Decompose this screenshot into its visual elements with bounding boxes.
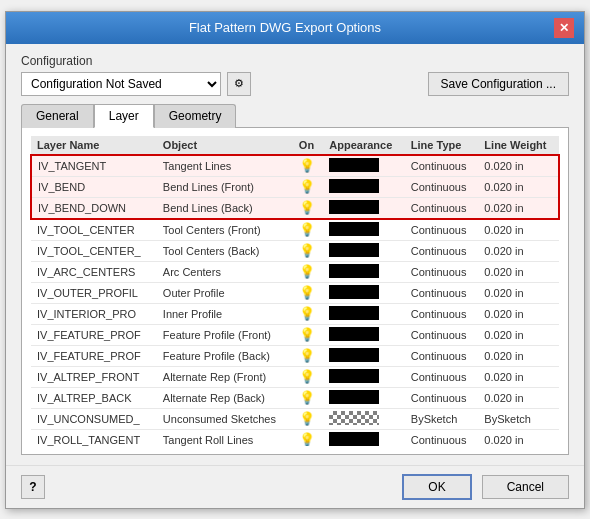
appearance-swatch bbox=[329, 411, 379, 425]
col-appearance: Appearance bbox=[323, 136, 405, 155]
cell-lineweight: 0.020 in bbox=[478, 345, 559, 366]
bulb-icon: 💡 bbox=[299, 348, 315, 363]
cell-lineweight: 0.020 in bbox=[478, 197, 559, 219]
cell-appearance bbox=[323, 219, 405, 241]
cell-lineweight: 0.020 in bbox=[478, 282, 559, 303]
bulb-icon: 💡 bbox=[299, 222, 315, 237]
appearance-swatch bbox=[329, 390, 379, 404]
cell-object: Unconsumed Sketches bbox=[157, 408, 293, 429]
tab-content: Layer Name Object On Appearance Line Typ… bbox=[21, 127, 569, 455]
table-row[interactable]: IV_ROLL_TANGENTTangent Roll Lines💡Contin… bbox=[31, 429, 559, 446]
tab-layer[interactable]: Layer bbox=[94, 104, 154, 128]
dialog-body: Configuration Configuration Not Saved ⚙ … bbox=[6, 44, 584, 465]
table-row[interactable]: IV_TOOL_CENTERTool Centers (Front)💡Conti… bbox=[31, 219, 559, 241]
cell-appearance bbox=[323, 366, 405, 387]
table-row[interactable]: IV_FEATURE_PROFFeature Profile (Back)💡Co… bbox=[31, 345, 559, 366]
cell-on: 💡 bbox=[293, 176, 323, 197]
appearance-swatch bbox=[329, 306, 379, 320]
config-icon-button[interactable]: ⚙ bbox=[227, 72, 251, 96]
cell-layer-name: IV_FEATURE_PROF bbox=[31, 324, 157, 345]
cell-object: Alternate Rep (Front) bbox=[157, 366, 293, 387]
cell-linetype: Continuous bbox=[405, 197, 479, 219]
bulb-icon: 💡 bbox=[299, 411, 315, 426]
appearance-swatch bbox=[329, 327, 379, 341]
table-row[interactable]: IV_TANGENTTangent Lines💡Continuous0.020 … bbox=[31, 155, 559, 177]
appearance-swatch bbox=[329, 285, 379, 299]
cell-layer-name: IV_TANGENT bbox=[31, 155, 157, 177]
table-row[interactable]: IV_TOOL_CENTER_Tool Centers (Back)💡Conti… bbox=[31, 240, 559, 261]
table-row[interactable]: IV_BENDBend Lines (Front)💡Continuous0.02… bbox=[31, 176, 559, 197]
cell-object: Alternate Rep (Back) bbox=[157, 387, 293, 408]
cell-appearance bbox=[323, 282, 405, 303]
help-button[interactable]: ? bbox=[21, 475, 45, 499]
col-lineweight: Line Weight bbox=[478, 136, 559, 155]
tab-bar: General Layer Geometry bbox=[21, 104, 569, 128]
layer-table-container[interactable]: Layer Name Object On Appearance Line Typ… bbox=[30, 136, 560, 446]
appearance-swatch bbox=[329, 243, 379, 257]
cell-linetype: Continuous bbox=[405, 324, 479, 345]
table-row[interactable]: IV_ALTREP_BACKAlternate Rep (Back)💡Conti… bbox=[31, 387, 559, 408]
bulb-icon: 💡 bbox=[299, 179, 315, 194]
ok-button[interactable]: OK bbox=[402, 474, 471, 500]
cell-appearance bbox=[323, 324, 405, 345]
cell-on: 💡 bbox=[293, 219, 323, 241]
appearance-swatch bbox=[329, 200, 379, 214]
bulb-icon: 💡 bbox=[299, 306, 315, 321]
bulb-icon: 💡 bbox=[299, 432, 315, 446]
cell-appearance bbox=[323, 387, 405, 408]
table-row[interactable]: IV_UNCONSUMED_Unconsumed Sketches💡BySket… bbox=[31, 408, 559, 429]
cell-layer-name: IV_ALTREP_FRONT bbox=[31, 366, 157, 387]
cell-appearance bbox=[323, 345, 405, 366]
config-dropdown[interactable]: Configuration Not Saved bbox=[21, 72, 221, 96]
cell-object: Tangent Lines bbox=[157, 155, 293, 177]
table-header: Layer Name Object On Appearance Line Typ… bbox=[31, 136, 559, 155]
gear-icon: ⚙ bbox=[234, 77, 244, 90]
appearance-swatch bbox=[329, 222, 379, 236]
tab-geometry[interactable]: Geometry bbox=[154, 104, 237, 128]
cell-layer-name: IV_TOOL_CENTER_ bbox=[31, 240, 157, 261]
title-bar: Flat Pattern DWG Export Options ✕ bbox=[6, 12, 584, 44]
cell-object: Tangent Roll Lines bbox=[157, 429, 293, 446]
cell-object: Inner Profile bbox=[157, 303, 293, 324]
cell-on: 💡 bbox=[293, 387, 323, 408]
cell-linetype: Continuous bbox=[405, 345, 479, 366]
table-row[interactable]: IV_ALTREP_FRONTAlternate Rep (Front)💡Con… bbox=[31, 366, 559, 387]
table-row[interactable]: IV_FEATURE_PROFFeature Profile (Front)💡C… bbox=[31, 324, 559, 345]
table-row[interactable]: IV_ARC_CENTERSArc Centers💡Continuous0.02… bbox=[31, 261, 559, 282]
config-label: Configuration bbox=[21, 54, 569, 68]
cell-object: Arc Centers bbox=[157, 261, 293, 282]
cell-layer-name: IV_ROLL_TANGENT bbox=[31, 429, 157, 446]
cell-linetype: BySketch bbox=[405, 408, 479, 429]
table-row[interactable]: IV_BEND_DOWNBend Lines (Back)💡Continuous… bbox=[31, 197, 559, 219]
tab-general[interactable]: General bbox=[21, 104, 94, 128]
col-layer-name: Layer Name bbox=[31, 136, 157, 155]
table-body: IV_TANGENTTangent Lines💡Continuous0.020 … bbox=[31, 155, 559, 446]
cell-layer-name: IV_ALTREP_BACK bbox=[31, 387, 157, 408]
cell-layer-name: IV_TOOL_CENTER bbox=[31, 219, 157, 241]
bulb-icon: 💡 bbox=[299, 200, 315, 215]
cell-layer-name: IV_BEND bbox=[31, 176, 157, 197]
cell-linetype: Continuous bbox=[405, 155, 479, 177]
configuration-section: Configuration Configuration Not Saved ⚙ … bbox=[21, 54, 569, 96]
cell-on: 💡 bbox=[293, 240, 323, 261]
cell-object: Bend Lines (Front) bbox=[157, 176, 293, 197]
cell-object: Outer Profile bbox=[157, 282, 293, 303]
cancel-button[interactable]: Cancel bbox=[482, 475, 569, 499]
cell-lineweight: 0.020 in bbox=[478, 176, 559, 197]
bulb-icon: 💡 bbox=[299, 369, 315, 384]
table-row[interactable]: IV_OUTER_PROFILOuter Profile💡Continuous0… bbox=[31, 282, 559, 303]
config-row: Configuration Not Saved ⚙ Save Configura… bbox=[21, 72, 569, 96]
cell-layer-name: IV_UNCONSUMED_ bbox=[31, 408, 157, 429]
main-dialog: Flat Pattern DWG Export Options ✕ Config… bbox=[5, 11, 585, 509]
table-row[interactable]: IV_INTERIOR_PROInner Profile💡Continuous0… bbox=[31, 303, 559, 324]
cell-layer-name: IV_INTERIOR_PRO bbox=[31, 303, 157, 324]
appearance-swatch bbox=[329, 432, 379, 446]
cell-object: Tool Centers (Front) bbox=[157, 219, 293, 241]
close-button[interactable]: ✕ bbox=[554, 18, 574, 38]
appearance-swatch bbox=[329, 179, 379, 193]
cell-on: 💡 bbox=[293, 155, 323, 177]
save-config-button[interactable]: Save Configuration ... bbox=[428, 72, 569, 96]
bulb-icon: 💡 bbox=[299, 285, 315, 300]
cell-appearance bbox=[323, 261, 405, 282]
cell-on: 💡 bbox=[293, 429, 323, 446]
